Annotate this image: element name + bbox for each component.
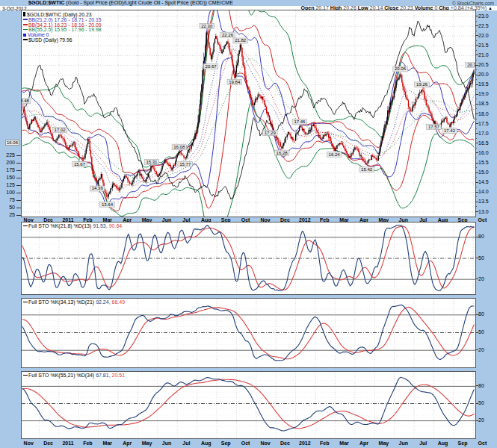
line-icon: [23, 225, 28, 227]
month-label: Oct: [241, 441, 250, 446]
volume-axis-label: 100: [0, 190, 15, 195]
price-axis-label: 20.5: [478, 62, 489, 67]
axis-tick: [475, 172, 478, 173]
axis-tick: [475, 192, 478, 193]
volume-axis-label: 75: [0, 197, 15, 202]
price-label: 21.82: [235, 38, 247, 43]
month-label: May: [379, 441, 389, 446]
axis-tick: [475, 211, 478, 212]
axis-tick: [16, 215, 21, 216]
axis-tick: [475, 25, 478, 26]
stoch-axis-label: 50: [478, 400, 484, 405]
axis-minor-tick: [475, 69, 477, 70]
price-axis-label: 19.5: [478, 81, 489, 87]
month-label: Aug: [201, 441, 212, 446]
price-axis-label: 15.0: [478, 169, 489, 175]
price-axis-label: 18.0: [478, 111, 489, 116]
axis-tick: [475, 35, 478, 36]
price-axis-label: 22.5: [478, 23, 489, 28]
axis-tick: [475, 75, 478, 75]
line-icon: [23, 302, 28, 303]
up-arrow-icon: ▲: [488, 6, 493, 10]
symbol-description: (Gold - Spot Price (EOD)/Light Crude Oil…: [64, 0, 233, 5]
axis-tick: [16, 185, 21, 186]
price-label: 19.26: [416, 82, 428, 87]
stoch-axis-label: 50: [478, 329, 484, 335]
month-label: Aug: [438, 441, 448, 446]
month-label: Apr: [359, 441, 368, 446]
month-label: Mar: [103, 441, 112, 446]
price-axis-label: 15.5: [478, 160, 489, 165]
volume-axis-label: 125: [0, 182, 15, 187]
price-label: 16.28: [277, 151, 288, 155]
stoch-axis-label: 20: [478, 347, 484, 352]
edge-price-label: 16.06: [5, 140, 19, 146]
price-label: 16.08: [173, 145, 185, 149]
volume-axis-label: 25: [0, 212, 15, 217]
volume-icon: [23, 34, 26, 37]
price-axis-label: 19.0: [478, 91, 489, 96]
d-value: 20.51: [111, 373, 125, 378]
axis-minor-tick: [475, 177, 477, 178]
axis-minor-tick: [475, 79, 477, 80]
month-label: Apr: [123, 441, 132, 446]
price-label: 17.29: [265, 131, 277, 135]
line-icon: [23, 39, 28, 40]
axis-tick: [16, 155, 21, 156]
symbol: $GOLD:$WTIC: [28, 0, 64, 5]
k-value: 92.24,: [96, 299, 110, 305]
price-axis-label: 20.0: [478, 72, 489, 77]
axis-tick: [475, 182, 478, 183]
line-icon: [23, 24, 28, 25]
indicator-name: Full STO %K(21,8) %D(13): [28, 223, 93, 228]
price-axis-label: 13.0: [478, 209, 489, 214]
axis-minor-tick: [475, 138, 477, 139]
indicator-name: Full STO %K(34,13) %D(21): [28, 299, 96, 305]
axis-tick: [475, 133, 478, 134]
stoch-axis-label: 80: [478, 234, 484, 239]
axis-tick: [475, 65, 478, 66]
volume-axis-label: 50: [0, 205, 15, 210]
axis-minor-tick: [475, 21, 477, 22]
month-label: 2012: [299, 441, 311, 446]
axis-tick: [16, 200, 21, 201]
axis-tick: [475, 84, 478, 85]
volume-axis-label: 150: [0, 175, 15, 180]
month-label: May: [142, 441, 152, 446]
stoch-axis-label: 20: [478, 276, 484, 281]
line-icon: [23, 29, 28, 31]
price-label: 14.36: [92, 186, 104, 190]
price-axis-label: 21.5: [478, 43, 489, 48]
price-label: 16.24: [329, 152, 341, 157]
price-axis-label: 14.5: [478, 179, 489, 184]
axis-tick: [475, 202, 478, 202]
price-label: 22.30: [201, 24, 213, 28]
price-axis-label: 18.5: [478, 101, 489, 106]
price-axis-label: 21.0: [478, 52, 489, 57]
stochastic-1-panel: Full STO %K(21,8) %D(13) 91.53, 90.64: [21, 222, 476, 295]
stoch-axis-label: 80: [478, 311, 484, 317]
price-label: 17.02: [55, 128, 67, 132]
stochastic-2-canvas: [22, 299, 475, 367]
axis-minor-tick: [475, 128, 477, 129]
price-label: 17.57: [428, 125, 440, 129]
price-axis-label: 16.5: [478, 140, 489, 146]
axis-minor-tick: [475, 206, 477, 207]
stochastic-3-canvas: [22, 372, 475, 438]
month-label: Sep: [458, 441, 468, 446]
axis-minor-tick: [475, 40, 477, 41]
price-label: 15.77: [179, 162, 191, 167]
month-label: Nov: [260, 441, 270, 446]
price-label: 20.31: [467, 63, 475, 67]
month-label: Oct: [478, 217, 487, 223]
axis-tick: [475, 152, 478, 153]
price-label: 13.64: [102, 202, 114, 207]
line-icon: [23, 19, 28, 20]
axis-tick: [16, 193, 21, 193]
month-label: Dec: [280, 441, 290, 446]
price-label: 17.42: [444, 128, 456, 133]
k-value: 91.53,: [93, 223, 107, 228]
line-icon: [23, 375, 28, 376]
axis-tick: [475, 123, 478, 124]
price-axis-label: 23.0: [478, 13, 489, 19]
